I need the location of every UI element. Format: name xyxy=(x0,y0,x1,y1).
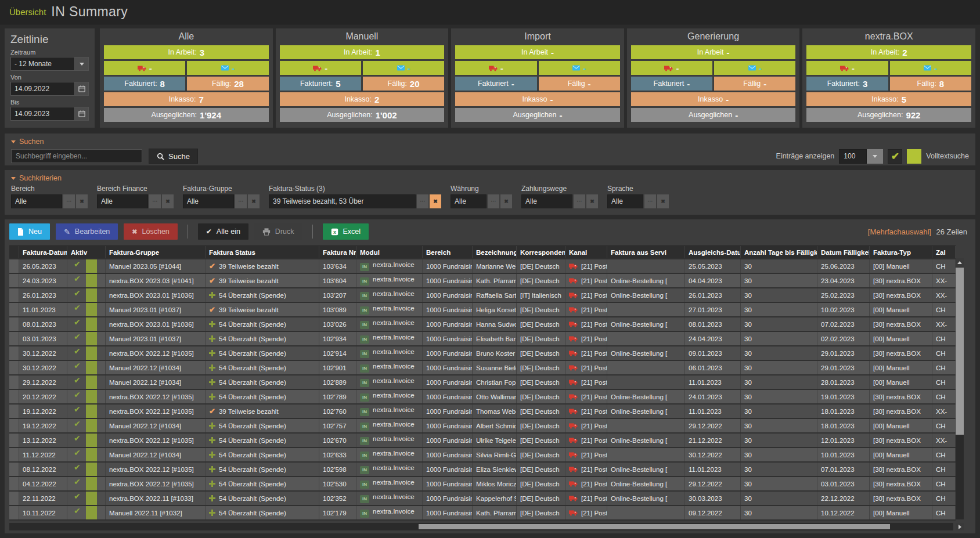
table-row[interactable]: 11.01.2023 ✔ Manuel 2023.01 [#1037] ✔39 … xyxy=(9,303,956,316)
column-header[interactable]: Faktura Nr xyxy=(319,246,356,258)
table-row[interactable]: 08.12.2022 ✔ nextra.BOX 2022.12 [#1035] … xyxy=(9,463,956,476)
filter-more-button[interactable]: ··· xyxy=(644,194,656,208)
table-row[interactable]: 29.12.2022 ✔ Manuel 2022.12 [#1034] 54 Ü… xyxy=(9,375,956,389)
filter-more-button[interactable]: ··· xyxy=(574,194,585,208)
column-header[interactable]: Faktura-Typ xyxy=(870,246,932,258)
column-header[interactable]: Bezeichnung xyxy=(473,246,517,258)
scroll-right-button[interactable] xyxy=(956,523,964,530)
table-row[interactable]: 11.12.2022 ✔ Manuel 2022.12 [#1034] 54 Ü… xyxy=(9,448,956,461)
row-selector[interactable] xyxy=(9,405,19,418)
filter-value[interactable]: Alle xyxy=(607,194,643,208)
calendar-icon[interactable] xyxy=(74,107,89,121)
filter-more-button[interactable]: ··· xyxy=(149,194,161,208)
search-section-header[interactable]: Suchen xyxy=(11,137,969,146)
column-header[interactable]: Aktiv xyxy=(67,246,106,258)
column-header[interactable]: Datum Fälligkeit xyxy=(817,246,870,258)
excel-button[interactable]: x Excel xyxy=(323,223,369,240)
column-header[interactable]: Faktura-Gruppe xyxy=(106,246,206,258)
table-row[interactable]: 22.11.2022 ✔ nextra.BOX 2022.11 [#1033] … xyxy=(9,492,956,505)
column-header[interactable]: Anzahl Tage bis Fälligkeit xyxy=(741,246,817,258)
filter-value[interactable]: Alle xyxy=(451,194,487,208)
filter-more-button[interactable]: ··· xyxy=(235,194,247,208)
column-header[interactable]: Faktura-Datum xyxy=(19,246,67,258)
filter-value[interactable]: 39 Teilweise bezahlt, 53 Über xyxy=(269,194,416,208)
row-selector[interactable] xyxy=(9,375,19,389)
neu-button[interactable]: Neu xyxy=(9,223,50,240)
filter-value[interactable]: Alle xyxy=(521,194,572,208)
truck-icon xyxy=(569,350,578,356)
column-header[interactable]: Korrespondenz- xyxy=(517,246,565,258)
entries-select[interactable]: 100 xyxy=(839,149,883,164)
column-header[interactable]: Bereich xyxy=(423,246,473,258)
druck-button[interactable]: Druck xyxy=(254,223,302,240)
row-selector[interactable] xyxy=(9,346,19,360)
filter-value[interactable]: Alle xyxy=(11,194,62,208)
filter-clear-button[interactable]: ✖ xyxy=(76,194,88,208)
table-row[interactable]: 10.11.2022 ✔ Manuell 2022.11 [#1032] 54 … xyxy=(9,506,956,519)
filter-more-button[interactable]: ··· xyxy=(63,194,75,208)
search-button[interactable]: Suche xyxy=(149,149,198,164)
search-input[interactable] xyxy=(11,149,142,163)
filter-clear-button[interactable]: ✖ xyxy=(162,194,174,208)
row-selector[interactable] xyxy=(9,259,19,273)
table-row[interactable]: 24.03.2023 ✔ nextra.BOX 2023.03 [#1041] … xyxy=(9,274,956,287)
table-row[interactable]: 04.12.2022 ✔ nextra.BOX 2022.12 [#1035] … xyxy=(9,477,956,490)
column-header[interactable]: Faktura Status xyxy=(206,246,319,258)
chevron-down-icon[interactable] xyxy=(74,57,89,71)
row-selector[interactable] xyxy=(9,274,19,287)
filter-more-button[interactable]: ··· xyxy=(417,194,428,208)
row-selector[interactable] xyxy=(9,506,19,519)
column-header[interactable]: Zal xyxy=(932,246,956,258)
filter-more-button[interactable]: ··· xyxy=(488,194,499,208)
table-row[interactable]: 13.12.2022 ✔ nextra.BOX 2022.12 [#1035] … xyxy=(9,434,956,447)
search-icon xyxy=(157,153,164,160)
row-selector[interactable] xyxy=(9,463,19,476)
filter-clear-button[interactable]: ✖ xyxy=(586,194,598,208)
date-input[interactable]: 14.09.2023 xyxy=(10,107,74,121)
table-row[interactable]: 26.05.2023 ✔ Manuel 2023.05 [#1044] ✔39 … xyxy=(9,259,956,273)
row-selector[interactable] xyxy=(9,332,19,345)
row-selector[interactable] xyxy=(9,361,19,374)
table-row[interactable]: 19.12.2022 ✔ nextra.BOX 2022.12 [#1035] … xyxy=(9,405,956,418)
vertical-scrollbar-thumb[interactable] xyxy=(956,268,964,435)
row-selector[interactable] xyxy=(9,492,19,505)
filter-clear-button[interactable]: ✖ xyxy=(430,194,441,208)
row-selector[interactable] xyxy=(9,390,19,403)
row-selector[interactable] xyxy=(9,303,19,316)
table-row[interactable]: 03.01.2023 ✔ Manuel 2023.01 [#1037] 54 Ü… xyxy=(9,332,956,345)
bearbeiten-button[interactable]: ✎ Bearbeiten xyxy=(56,223,118,240)
vertical-scrollbar[interactable] xyxy=(956,258,964,519)
row-selector[interactable] xyxy=(9,448,19,461)
filter-clear-button[interactable]: ✖ xyxy=(657,194,669,208)
row-selector[interactable] xyxy=(9,317,19,331)
row-selector[interactable] xyxy=(9,477,19,490)
horizontal-scrollbar[interactable] xyxy=(9,523,953,530)
filter-value[interactable]: Alle xyxy=(183,194,234,208)
criteria-section-header[interactable]: Suchkriterien xyxy=(11,174,969,183)
column-header[interactable]: Kanal xyxy=(565,246,607,258)
filter-value[interactable]: Alle xyxy=(97,194,148,208)
horizontal-scrollbar-thumb[interactable] xyxy=(419,524,890,529)
loeschen-button[interactable]: ✖ Löschen xyxy=(124,223,177,240)
table-row[interactable]: 08.01.2023 ✔ nextra.BOX 2023.01 [#1036] … xyxy=(9,317,956,331)
row-selector[interactable] xyxy=(9,288,19,302)
row-selector[interactable] xyxy=(9,434,19,447)
filter-clear-button[interactable]: ✖ xyxy=(500,194,512,208)
column-header[interactable]: Faktura aus Servi xyxy=(607,246,685,258)
column-header[interactable]: Ausgleichs-Datum xyxy=(685,246,741,258)
scroll-up-button[interactable] xyxy=(956,258,964,267)
table-row[interactable]: 20.12.2022 ✔ nextra.BOX 2022.12 [#1035] … xyxy=(9,390,956,403)
chevron-down-icon[interactable] xyxy=(867,149,883,164)
row-selector[interactable] xyxy=(9,419,19,432)
filter-clear-button[interactable]: ✖ xyxy=(248,194,260,208)
date-input[interactable]: 14.09.2022 xyxy=(10,82,74,96)
table-row[interactable]: 30.12.2022 ✔ nextra.BOX 2022.12 [#1035] … xyxy=(9,346,956,360)
column-header[interactable]: Modul xyxy=(356,246,423,258)
table-row[interactable]: 19.12.2022 ✔ Manuel 2022.12 [#1034] 54 Ü… xyxy=(9,419,956,432)
calendar-icon[interactable] xyxy=(74,82,89,96)
table-row[interactable]: 26.01.2023 ✔ nextra.BOX 2023.01 [#1036] … xyxy=(9,288,956,302)
alle-ein-button[interactable]: ✔ Alle ein xyxy=(198,223,248,240)
table-row[interactable]: 30.12.2022 ✔ Manuel 2022.12 [#1034] 54 Ü… xyxy=(9,361,956,374)
zeitraum-select[interactable]: - 12 Monate xyxy=(10,57,74,71)
fulltext-checkbox[interactable]: ✔ xyxy=(888,149,902,164)
